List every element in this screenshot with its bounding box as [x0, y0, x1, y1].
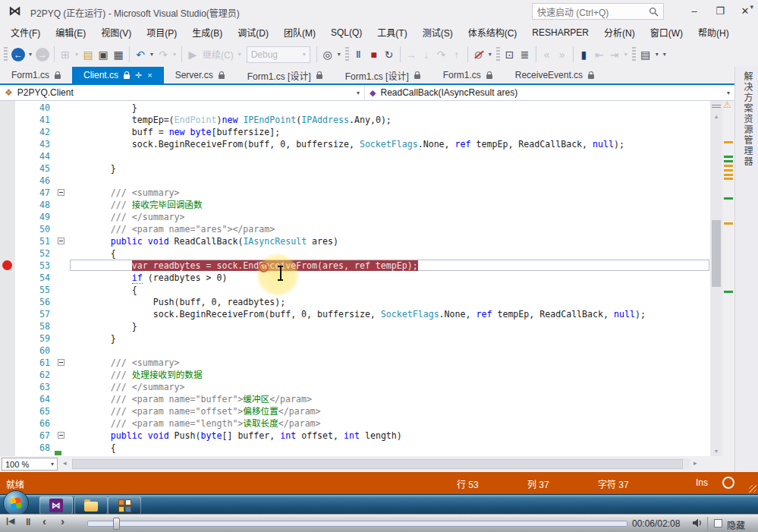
- scroll-left-icon[interactable]: ◂: [63, 459, 67, 467]
- code-line[interactable]: 52 {: [0, 247, 710, 260]
- code-line[interactable]: 45 }: [0, 162, 710, 175]
- code-line[interactable]: 58 }: [0, 320, 710, 332]
- task-list-dropdown-icon[interactable]: ▾: [653, 46, 661, 64]
- restart-icon[interactable]: ↻: [382, 46, 397, 64]
- player-seek-thumb[interactable]: [113, 518, 120, 530]
- breakpoint-gutter[interactable]: [0, 357, 15, 369]
- breakpoint-gutter[interactable]: [0, 417, 15, 430]
- fold-collapse-icon[interactable]: [58, 189, 64, 196]
- code-text[interactable]: /// <summary>: [68, 187, 710, 199]
- taskbar-visual-studio[interactable]: ⋈: [39, 496, 73, 515]
- breakpoint-gutter[interactable]: [0, 150, 15, 162]
- breakpoint-gutter[interactable]: [0, 235, 15, 247]
- code-line[interactable]: 64 /// <param name="buffer">缓冲区</param>: [0, 393, 710, 405]
- menu-item[interactable]: 生成(B): [184, 23, 230, 42]
- breakpoint-gutter[interactable]: [0, 187, 15, 199]
- player-seek-bar[interactable]: [87, 521, 627, 527]
- fold-collapse-icon[interactable]: [58, 238, 64, 244]
- code-text[interactable]: public void Push(byte[] buffer, int offs…: [68, 430, 710, 442]
- continue-icon[interactable]: ▶: [185, 46, 200, 64]
- marker-tick[interactable]: [724, 174, 733, 176]
- task-list-icon[interactable]: ▤: [638, 46, 653, 64]
- hide-checkbox[interactable]: [714, 519, 722, 527]
- breakpoint-gutter[interactable]: [0, 126, 15, 138]
- chevron-down-icon[interactable]: ▾: [727, 90, 730, 96]
- code-text[interactable]: var str = Encoding.UTF8.GetString(buffer…: [68, 454, 710, 456]
- stop-icon[interactable]: ■: [366, 46, 382, 64]
- code-line[interactable]: 43 sock.BeginReceiveFrom(buff, 0, buffer…: [0, 138, 710, 150]
- menu-item[interactable]: 文件(F): [3, 23, 48, 42]
- code-line[interactable]: 48 /// 接收完毕回调函数: [0, 199, 710, 211]
- speaker-icon[interactable]: [692, 518, 703, 528]
- marker-tick[interactable]: [724, 291, 733, 293]
- breakpoint-gutter[interactable]: [0, 284, 15, 296]
- code-text[interactable]: /// </summary>: [68, 381, 710, 393]
- solution-explorer-tab[interactable]: 解决方案资源管理器: [741, 67, 754, 167]
- code-text[interactable]: /// <param name="offset">偏移位置</param>: [68, 405, 710, 417]
- code-line[interactable]: 56 Push(buff, 0, readbytes);: [0, 296, 710, 308]
- menu-item[interactable]: 视图(V): [93, 23, 139, 42]
- code-line[interactable]: 53 var readbytes = sock.EndReceiveFrom(a…: [0, 260, 710, 272]
- scope-dropdown[interactable]: ❖ P2PYQ.Client ▾: [0, 85, 365, 100]
- code-text[interactable]: sock.BeginReceiveFrom(buff, 0, buffersiz…: [68, 308, 710, 320]
- player-skip-start-button[interactable]: |◀: [6, 516, 15, 526]
- code-text[interactable]: {: [68, 284, 710, 296]
- step-into-icon[interactable]: ↓: [419, 46, 434, 64]
- code-text[interactable]: }: [68, 102, 710, 114]
- quick-launch-input[interactable]: 快速启动 (Ctrl+Q): [532, 3, 664, 20]
- tab-client-cs[interactable]: Client.cs✛×: [72, 67, 164, 83]
- code-text[interactable]: Push(buff, 0, readbytes);: [68, 296, 710, 308]
- code-text[interactable]: /// <summary>: [68, 357, 710, 369]
- code-line[interactable]: 57 sock.BeginReceiveFrom(buff, 0, buffer…: [0, 308, 710, 320]
- tab-receiveevent-cs[interactable]: ReceiveEvent.cs: [504, 67, 605, 83]
- menu-item[interactable]: 窗口(W): [643, 23, 690, 42]
- toolbar-grip[interactable]: [496, 47, 500, 62]
- code-text[interactable]: {: [68, 247, 710, 260]
- code-text[interactable]: [68, 150, 710, 162]
- redo-dropdown-icon[interactable]: ▾: [171, 46, 178, 64]
- code-text[interactable]: /// <param name="ares"></param>: [68, 223, 710, 235]
- code-line[interactable]: 67 public void Push(byte[] buffer, int o…: [0, 430, 710, 442]
- step-over-icon[interactable]: ↷: [434, 46, 449, 64]
- horizontal-scrollbar-thumb[interactable]: [72, 459, 683, 469]
- breakpoint-gutter[interactable]: [0, 211, 15, 223]
- code-text[interactable]: var readbytes = sock.EndReceiveFrom(ares…: [68, 260, 710, 272]
- menu-item[interactable]: 体系结构(C): [461, 23, 525, 42]
- fold-collapse-icon[interactable]: [58, 432, 64, 439]
- horizontal-scrollbar[interactable]: [72, 458, 690, 470]
- code-line[interactable]: 54 if (readbytes > 0): [0, 272, 710, 284]
- breakpoint-gutter[interactable]: [0, 332, 15, 345]
- marker-bar[interactable]: [722, 101, 734, 456]
- breakpoint-gutter[interactable]: [0, 345, 15, 357]
- menu-item[interactable]: 项目(P): [139, 23, 184, 42]
- code-line[interactable]: 63 /// </summary>: [0, 381, 710, 393]
- code-line[interactable]: 69 var str = Encoding.UTF8.GetString(buf…: [0, 454, 710, 456]
- breakpoint-gutter[interactable]: [0, 175, 15, 187]
- code-text[interactable]: }: [68, 332, 710, 345]
- breakpoint-gutter[interactable]: [0, 393, 15, 405]
- code-text[interactable]: }: [68, 162, 710, 175]
- new-window-icon[interactable]: ⊞: [58, 46, 73, 64]
- code-line[interactable]: 51 public void ReadCallBack(IAsyncResult…: [0, 235, 710, 247]
- tab-server-cs[interactable]: Server.cs: [164, 67, 236, 83]
- tab-form1-cs[interactable]: Form1.cs: [0, 67, 72, 83]
- breakpoint-gutter[interactable]: [0, 430, 15, 442]
- previous-annotation-icon[interactable]: «: [539, 46, 555, 64]
- tab-list-dropdown-icon[interactable]: ▾: [750, 3, 753, 11]
- marker-tick[interactable]: [724, 169, 733, 172]
- tab-form1-cs-[interactable]: Form1.cs [设计]: [334, 67, 432, 83]
- code-line[interactable]: 59 }: [0, 332, 710, 345]
- scroll-right-icon[interactable]: ▸: [694, 459, 697, 467]
- toolbar-grip[interactable]: [345, 47, 349, 62]
- code-editor[interactable]: 40 }41 tempEp=(EndPoint)new IPEndPoint(I…: [0, 101, 710, 456]
- code-text[interactable]: /// </summary>: [68, 211, 710, 223]
- marker-tick[interactable]: [724, 165, 733, 167]
- tab-form1-cs[interactable]: Form1.cs: [432, 67, 504, 83]
- code-line[interactable]: 40 }: [0, 102, 710, 114]
- document-outline-icon[interactable]: ≣: [517, 46, 533, 64]
- start-button[interactable]: [3, 490, 29, 516]
- breakpoint-gutter[interactable]: [0, 247, 15, 260]
- toolbar-grip[interactable]: [4, 47, 8, 62]
- breakpoint-gutter[interactable]: [0, 320, 15, 332]
- code-line[interactable]: 41 tempEp=(EndPoint)new IPEndPoint(IPAdd…: [0, 114, 710, 126]
